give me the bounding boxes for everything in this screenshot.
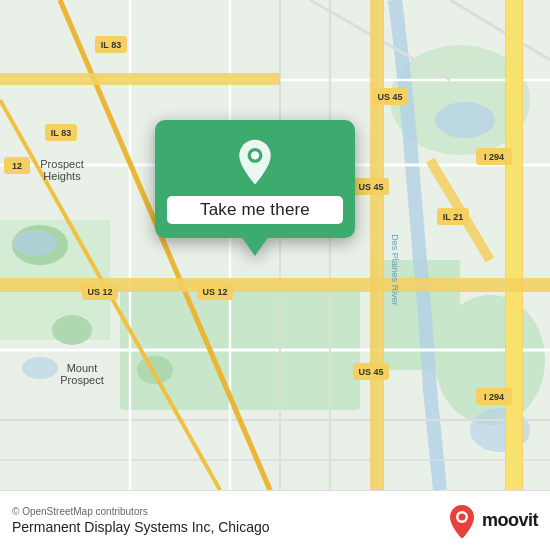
map-attribution: © OpenStreetMap contributors	[12, 506, 448, 517]
svg-point-10	[13, 230, 57, 256]
svg-point-5	[435, 295, 545, 425]
moovit-pin-icon	[448, 504, 476, 538]
svg-text:Prospect: Prospect	[40, 158, 83, 170]
svg-rect-33	[0, 73, 280, 85]
svg-text:Mount: Mount	[67, 362, 98, 374]
place-info: © OpenStreetMap contributors Permanent D…	[12, 506, 448, 535]
svg-text:12: 12	[12, 161, 22, 171]
take-me-there-button[interactable]: Take me there	[167, 196, 343, 224]
bottom-bar: © OpenStreetMap contributors Permanent D…	[0, 490, 550, 550]
svg-rect-1	[120, 280, 360, 410]
svg-text:I 294: I 294	[484, 152, 504, 162]
svg-point-65	[458, 513, 465, 520]
svg-point-11	[22, 357, 58, 379]
map-container: IL 83 IL 83 US 45 US 45 US 45 US 12 US 1…	[0, 0, 550, 490]
svg-point-7	[137, 356, 173, 384]
svg-text:Heights: Heights	[43, 170, 81, 182]
svg-text:IL 83: IL 83	[101, 40, 121, 50]
svg-text:Des Plaines River: Des Plaines River	[390, 234, 400, 306]
svg-text:US 45: US 45	[358, 367, 383, 377]
moovit-brand-text: moovit	[482, 510, 538, 531]
svg-text:US 12: US 12	[87, 287, 112, 297]
location-popup[interactable]: Take me there	[155, 120, 355, 238]
svg-text:IL 21: IL 21	[443, 212, 463, 222]
svg-point-9	[435, 102, 495, 138]
svg-text:US 12: US 12	[202, 287, 227, 297]
svg-rect-30	[506, 0, 522, 490]
svg-point-8	[52, 315, 92, 345]
location-pin-icon	[231, 138, 279, 186]
moovit-logo: moovit	[448, 504, 538, 538]
svg-text:US 45: US 45	[358, 182, 383, 192]
svg-rect-31	[370, 0, 384, 490]
svg-text:IL 83: IL 83	[51, 128, 71, 138]
place-name-label: Permanent Display Systems Inc, Chicago	[12, 519, 448, 535]
svg-text:Prospect: Prospect	[60, 374, 103, 386]
svg-text:US 45: US 45	[377, 92, 402, 102]
svg-text:I 294: I 294	[484, 392, 504, 402]
svg-point-63	[251, 151, 259, 159]
